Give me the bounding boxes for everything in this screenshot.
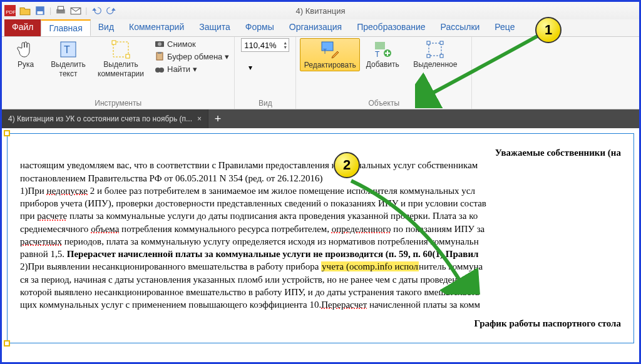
hand-tool-button[interactable]: Рука	[6, 38, 46, 70]
window-title: 4) Квитанция	[296, 6, 346, 16]
undo-icon[interactable]	[91, 5, 102, 16]
doc-heading: Уважаемые собственники (на	[20, 146, 621, 159]
selection-handle-icon[interactable]	[4, 130, 10, 136]
doc-line: которой выявлено несанкционированное вме…	[20, 286, 621, 298]
camera-icon	[155, 39, 165, 49]
open-icon[interactable]	[19, 5, 31, 16]
svg-point-13	[158, 43, 162, 46]
svg-text:PDF: PDF	[6, 9, 16, 15]
tab-protect[interactable]: Защита	[192, 19, 238, 36]
svg-rect-10	[112, 41, 116, 44]
redo-icon[interactable]	[106, 5, 117, 16]
doc-line: ся за период, начиная с даты установлени…	[20, 273, 621, 286]
zoom-spinbox[interactable]: ▲▼	[241, 38, 289, 52]
svg-text:T: T	[375, 50, 380, 59]
doc-line: приборов учета (ИПУ), проверки достоверн…	[20, 197, 621, 210]
svg-point-17	[159, 68, 164, 73]
hand-icon	[16, 39, 36, 59]
zoom-down-icon[interactable]: ▼	[283, 45, 287, 49]
doc-line: равной 1,5. Перерасчет начисленной платы…	[20, 248, 621, 260]
document-tabs: 4) Квитанция из УК о состоянии счета по …	[2, 109, 639, 128]
arrow-1-icon	[415, 27, 546, 108]
selection-handle-icon[interactable]	[4, 340, 10, 346]
doc-line: среднемесячного объема потребления комму…	[20, 223, 621, 235]
quick-access-toolbar: PDF | | 4) Квитанция	[2, 2, 639, 19]
callout-1: 1	[535, 17, 562, 43]
doc-line: 2)При выявлении несанкционированного вме…	[20, 260, 621, 273]
add-icon: T	[372, 39, 392, 59]
svg-rect-15	[158, 52, 162, 54]
edit-icon: T	[320, 40, 340, 60]
close-tab-icon[interactable]: ×	[197, 114, 202, 123]
doc-footer: График работы паспортного стола	[20, 317, 621, 330]
tab-home[interactable]: Главная	[41, 19, 90, 36]
svg-rect-3	[38, 11, 43, 14]
add-tab-button[interactable]: +	[208, 109, 227, 128]
document-tab[interactable]: 4) Квитанция из УК о состоянии счета по …	[2, 109, 208, 128]
group-tools: Рука T Выделить текст Выделить комментар…	[2, 37, 235, 109]
select-text-icon: T	[58, 39, 78, 59]
select-comments-icon	[111, 39, 131, 59]
tab-comment[interactable]: Комментарий	[121, 19, 192, 36]
group-view: ▲▼ ▾ Вид	[235, 37, 296, 109]
clipboard-icon	[155, 51, 165, 61]
doc-line: при расчете платы за коммунальные услуги…	[20, 210, 621, 222]
tab-view[interactable]: Вид	[91, 19, 121, 36]
group-view-label: Вид	[238, 98, 292, 109]
snapshot-button[interactable]: Снимок	[153, 38, 230, 49]
binoculars-icon	[155, 64, 165, 74]
svg-rect-5	[58, 6, 64, 10]
tab-organize[interactable]: Организация	[282, 19, 349, 36]
doc-line: постановлением Правительства РФ от 06.05…	[20, 172, 621, 185]
document-tab-title: 4) Квитанция из УК о состоянии счета по …	[8, 114, 192, 123]
more-view-icon[interactable]: ▾	[249, 63, 252, 72]
print-icon[interactable]	[55, 5, 66, 16]
svg-rect-35	[375, 42, 385, 49]
doc-line: расчетных периодов, плата за коммунальну…	[20, 235, 621, 248]
select-text-button[interactable]: T Выделить текст	[48, 38, 88, 79]
clipboard-button[interactable]: Буфер обмена ▾	[153, 51, 230, 62]
arrow-2-icon	[345, 176, 489, 295]
callout-2: 2	[334, 152, 360, 178]
find-button[interactable]: Найти ▾	[153, 63, 230, 74]
zoom-input[interactable]	[242, 41, 282, 50]
svg-text:T: T	[64, 44, 70, 55]
add-button[interactable]: T Добавить	[362, 38, 403, 70]
svg-text:T: T	[323, 48, 327, 55]
edit-button[interactable]: T Редактировать	[300, 38, 360, 71]
doc-line: щих коммунальных услуг с применением пов…	[20, 298, 621, 311]
doc-line: настоящим уведомляем вас, что в соответс…	[20, 159, 621, 171]
email-icon[interactable]	[70, 5, 81, 16]
tab-file[interactable]: Файл	[4, 19, 41, 36]
group-tools-label: Инструменты	[6, 98, 230, 109]
svg-rect-11	[126, 54, 130, 58]
app-icon: PDF	[4, 5, 16, 16]
document-page[interactable]: Уважаемые собственники (на настоящим уве…	[7, 133, 634, 343]
tab-forms[interactable]: Формы	[238, 19, 282, 36]
save-icon[interactable]	[34, 5, 46, 16]
doc-line: 1)При недопуске 2 и более раз потребител…	[20, 185, 621, 197]
select-comments-button[interactable]: Выделить комментарии	[91, 38, 151, 79]
zoom-up-icon[interactable]: ▲	[283, 41, 287, 45]
